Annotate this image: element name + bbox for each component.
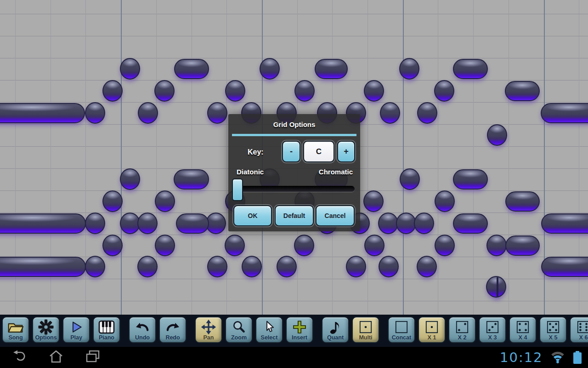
note[interactable] (294, 235, 314, 256)
note[interactable] (207, 102, 227, 124)
note[interactable] (102, 80, 123, 102)
recent-apps-button[interactable] (85, 351, 101, 364)
note[interactable] (154, 80, 175, 102)
note[interactable] (85, 213, 105, 234)
note[interactable] (102, 235, 123, 256)
note[interactable] (225, 80, 245, 102)
note[interactable] (155, 235, 175, 256)
ok-button[interactable]: OK (233, 205, 272, 226)
toolbar-button-x-5[interactable]: X 5 (539, 316, 567, 343)
diatonic-chromatic-slider-track[interactable] (233, 186, 355, 192)
toolbar-button-quant[interactable]: Quant (322, 316, 349, 343)
note[interactable] (487, 124, 507, 146)
diatonic-chromatic-slider-thumb[interactable] (232, 178, 243, 201)
note[interactable] (176, 213, 209, 234)
note[interactable] (225, 235, 245, 256)
note[interactable] (380, 102, 400, 124)
note[interactable] (414, 213, 434, 234)
note[interactable] (505, 236, 540, 256)
toolbar-button-redo[interactable]: Redo (159, 316, 187, 343)
note[interactable] (315, 59, 348, 79)
note[interactable] (417, 256, 437, 277)
toolbar-button-concat[interactable]: Concat (388, 316, 415, 343)
toolbar-button-select[interactable]: Select (255, 316, 283, 343)
toolbar-button-label: X 2 (449, 334, 475, 341)
toolbar-button-multi[interactable]: Multi (352, 316, 379, 343)
note[interactable] (120, 168, 140, 190)
note[interactable] (497, 277, 498, 297)
toolbar-button-piano[interactable]: Piano (93, 316, 120, 343)
note[interactable] (260, 58, 280, 80)
note[interactable] (363, 190, 384, 212)
toolbar-button-song[interactable]: Song (2, 316, 29, 343)
note[interactable] (541, 257, 588, 277)
toolbar-button-x-1[interactable]: X 1 (418, 316, 446, 343)
note[interactable] (453, 169, 488, 190)
grid-line (509, 0, 509, 315)
battery-icon (572, 351, 583, 366)
note[interactable] (400, 168, 420, 190)
home-button[interactable] (48, 351, 64, 364)
note[interactable] (435, 190, 455, 212)
note[interactable] (85, 102, 105, 124)
note[interactable] (505, 191, 540, 212)
note[interactable] (120, 58, 140, 80)
note[interactable] (364, 235, 384, 256)
note[interactable] (486, 235, 507, 256)
grid-line (403, 0, 404, 315)
toolbar-button-x-4[interactable]: X 4 (509, 316, 537, 343)
note[interactable] (453, 213, 488, 234)
note[interactable] (453, 59, 488, 79)
default-button[interactable]: Default (275, 205, 314, 226)
note[interactable] (155, 190, 175, 212)
toolbar-button-play[interactable]: Play (62, 316, 90, 343)
key-plus-button[interactable]: + (337, 141, 355, 162)
key-minus-button[interactable]: - (282, 141, 300, 162)
note[interactable] (378, 213, 398, 234)
toolbar-button-x-3[interactable]: X 3 (479, 316, 506, 343)
note[interactable] (346, 256, 366, 277)
note[interactable] (137, 256, 158, 277)
grid-line (0, 14, 588, 14)
recent-apps-icon (86, 350, 100, 365)
note[interactable] (102, 190, 123, 212)
back-button[interactable] (10, 351, 27, 364)
note[interactable] (505, 81, 540, 101)
note[interactable] (137, 213, 158, 234)
note[interactable] (541, 103, 588, 123)
pan-arrows-icon (196, 319, 221, 335)
app-screen: Grid Options Key: - C + Diatonic Chromat… (0, 0, 588, 368)
toolbar-button-zoom[interactable]: Zoom (225, 316, 253, 343)
toolbar-button-pan[interactable]: Pan (195, 316, 222, 343)
note[interactable] (434, 80, 454, 102)
note[interactable] (242, 256, 262, 277)
toolbar-button-options[interactable]: Options (32, 316, 60, 343)
note[interactable] (0, 213, 86, 234)
dice-5-icon (540, 319, 566, 335)
note[interactable] (396, 213, 416, 234)
toolbar-button-x-2[interactable]: X 2 (448, 316, 476, 343)
dice-2-icon (449, 319, 475, 335)
note[interactable] (294, 80, 315, 102)
note[interactable] (399, 58, 419, 80)
note[interactable] (85, 256, 105, 277)
note[interactable] (486, 276, 506, 298)
note[interactable] (541, 213, 588, 234)
note[interactable] (277, 256, 297, 277)
note[interactable] (0, 103, 85, 123)
note[interactable] (207, 256, 227, 277)
note[interactable] (174, 169, 209, 190)
toolbar-button-insert[interactable]: Insert (286, 316, 313, 343)
note[interactable] (138, 102, 158, 124)
note[interactable] (0, 257, 86, 277)
toolbar-button-label: X 3 (480, 334, 505, 341)
note[interactable] (364, 80, 384, 102)
back-icon (11, 350, 25, 365)
note[interactable] (417, 102, 437, 124)
note[interactable] (174, 59, 209, 79)
note[interactable] (435, 235, 455, 256)
cancel-button[interactable]: Cancel (316, 205, 355, 226)
toolbar-button-undo[interactable]: Undo (129, 316, 156, 343)
toolbar-button-x-6[interactable]: X 6 (570, 316, 588, 343)
note[interactable] (379, 256, 399, 277)
